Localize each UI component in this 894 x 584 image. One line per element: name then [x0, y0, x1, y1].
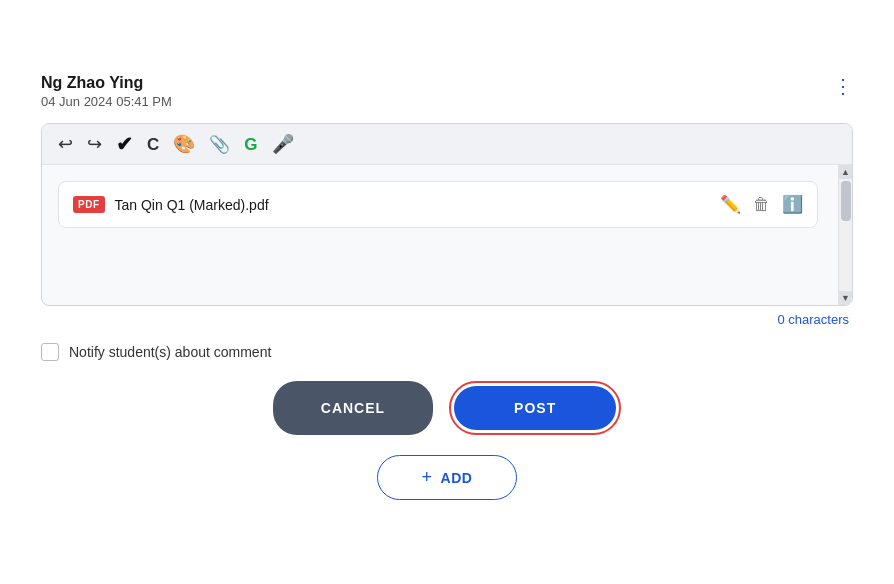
attachment-actions: ✏️ 🗑 ℹ️ — [720, 194, 803, 215]
attachment-item: PDF Tan Qin Q1 (Marked).pdf ✏️ 🗑 ℹ️ — [58, 181, 818, 228]
delete-attachment-icon[interactable]: 🗑 — [753, 195, 770, 215]
post-datetime: 04 Jun 2024 05:41 PM — [41, 94, 172, 109]
action-buttons: CANCEL POST — [41, 381, 853, 435]
notify-checkbox[interactable] — [41, 343, 59, 361]
palette-icon[interactable]: 🎨 — [173, 135, 195, 153]
info-attachment-icon[interactable]: ℹ️ — [782, 194, 803, 215]
author-info: Ng Zhao Ying 04 Jun 2024 05:41 PM — [41, 74, 172, 109]
plus-icon: + — [422, 467, 433, 488]
pdf-badge: PDF — [73, 196, 105, 213]
post-button[interactable]: POST — [454, 386, 616, 430]
edit-attachment-icon[interactable]: ✏️ — [720, 194, 741, 215]
grammarly-icon[interactable]: G — [244, 136, 257, 153]
more-menu-button[interactable]: ⋮ — [833, 74, 853, 98]
undo-icon[interactable]: ↩ — [58, 135, 73, 153]
editor-toolbar: ↩ ↪ ✔ C 🎨 📎 G 🎤 — [42, 124, 852, 165]
mic-icon[interactable]: 🎤 — [272, 135, 294, 153]
add-button-label: ADD — [441, 470, 473, 486]
scrollbar-thumb[interactable] — [841, 181, 851, 221]
author-name: Ng Zhao Ying — [41, 74, 172, 92]
add-button[interactable]: + ADD — [377, 455, 518, 500]
editor-body[interactable]: PDF Tan Qin Q1 (Marked).pdf ✏️ 🗑 ℹ️ ▲ ▼ — [42, 165, 852, 305]
c-spelling-icon[interactable]: C — [147, 136, 159, 153]
scroll-down-arrow[interactable]: ▼ — [839, 291, 853, 305]
cancel-button[interactable]: CANCEL — [273, 381, 433, 435]
comment-header: Ng Zhao Ying 04 Jun 2024 05:41 PM ⋮ — [41, 74, 853, 109]
post-button-wrapper: POST — [449, 381, 621, 435]
char-count: 0 characters — [41, 312, 849, 327]
redo-icon[interactable]: ↪ — [87, 135, 102, 153]
notify-label: Notify student(s) about comment — [69, 344, 271, 360]
more-icon[interactable]: ⋮ — [833, 75, 853, 97]
notify-row: Notify student(s) about comment — [41, 343, 853, 361]
comment-editor: ↩ ↪ ✔ C 🎨 📎 G 🎤 PDF Tan Qin Q1 (Marked).… — [41, 123, 853, 306]
editor-scrollbar[interactable]: ▲ ▼ — [838, 165, 852, 305]
check-icon[interactable]: ✔ — [116, 134, 133, 154]
scroll-up-arrow[interactable]: ▲ — [839, 165, 853, 179]
paperclip-icon[interactable]: 📎 — [209, 136, 230, 153]
attachment-filename: Tan Qin Q1 (Marked).pdf — [115, 197, 721, 213]
add-row: + ADD — [41, 455, 853, 500]
